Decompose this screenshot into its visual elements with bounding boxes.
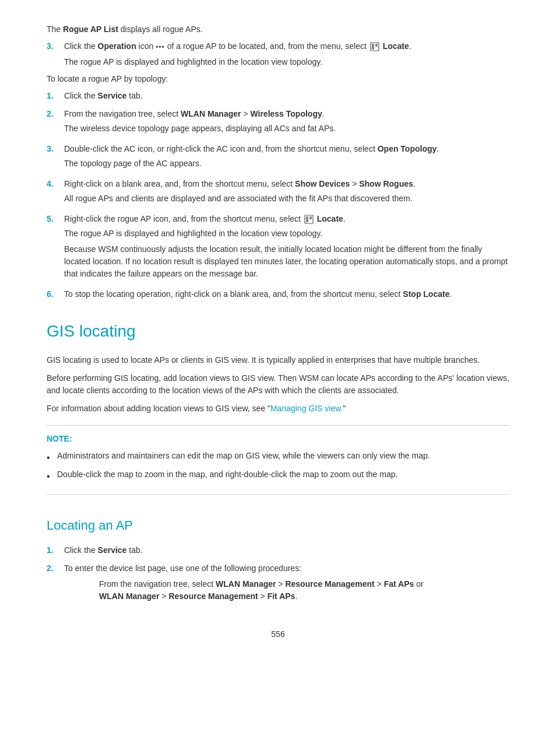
- topo-step1-num: 1.: [47, 90, 64, 102]
- topo-step-1: 1. Click the Service tab.: [47, 90, 509, 102]
- topo-step3-num: 3.: [47, 143, 64, 155]
- topo-step3-bold1: Open Topology: [378, 144, 437, 153]
- topo-step2-content: From the navigation tree, select WLAN Ma…: [64, 108, 509, 137]
- loc-step2-content: To enter the device list page, use one o…: [64, 562, 509, 605]
- loc-step1-content: Click the Service tab.: [64, 544, 509, 556]
- topo-step-5: 5. Right-click the rogue AP icon, and, f…: [47, 213, 509, 282]
- topo-step4-bold1: Show Devices: [295, 179, 350, 188]
- topo-step2-bold1: WLAN Manager: [181, 109, 241, 118]
- bullet-dot-2: •: [47, 468, 57, 484]
- topo-step6-bold: Stop Locate: [403, 289, 449, 299]
- topo-step3-content: Double-click the AC icon, or right-click…: [64, 143, 509, 172]
- loc-step2-bold3: Fat APs: [384, 579, 414, 589]
- managing-gis-view-link[interactable]: Managing GIS view.: [270, 404, 343, 413]
- topo-step2-bold2: Wireless Topology: [250, 109, 322, 118]
- topo-step4-bold2: Show Rogues: [359, 179, 413, 188]
- intro-block: The Rogue AP List displays all rogue APs…: [47, 23, 509, 36]
- step3-number: 3.: [47, 40, 64, 52]
- loc-step2-bold5: Resource Management: [168, 592, 258, 601]
- topo-step3-sub: The topology page of the AC appears.: [64, 158, 509, 170]
- topo-step5-sub1: The rogue AP is displayed and highlighte…: [64, 228, 509, 240]
- topo-step1-bold: Service: [98, 91, 127, 100]
- topo-step6-num: 6.: [47, 288, 64, 300]
- locating-ap-heading: Locating an AP: [47, 516, 509, 535]
- topo-step5-content: Right-click the rogue AP icon, and, from…: [64, 213, 509, 282]
- note-bullet-list: • Administrators and maintainers can edi…: [47, 450, 509, 484]
- loc-step1-bold: Service: [98, 545, 127, 555]
- topo-step5-num: 5.: [47, 213, 64, 225]
- loc-step2-sub: From the navigation tree, select WLAN Ma…: [99, 578, 509, 603]
- gis-para3: For information about adding location vi…: [47, 402, 509, 415]
- step3-content: Click the Operation icon ••• of a rogue …: [64, 40, 509, 52]
- topo-step2-sub: The wireless device topology page appear…: [64, 123, 509, 135]
- topo-step5-sub2: Because WSM continuously adjusts the loc…: [64, 243, 509, 280]
- loc-step1-num: 1.: [47, 544, 64, 556]
- loc-step2-bold6: Fit APs: [268, 592, 295, 601]
- rogue-ap-list-bold: Rogue AP List: [63, 24, 118, 34]
- page-number: 556: [47, 628, 509, 640]
- svg-rect-1: [372, 44, 374, 50]
- bullet-dot-1: •: [47, 450, 57, 465]
- step3-rogue-block: 3. Click the Operation icon ••• of a rog…: [47, 40, 509, 68]
- svg-rect-5: [309, 216, 312, 219]
- topo-step2-num: 2.: [47, 108, 64, 120]
- topology-steps-list: 1. Click the Service tab. 2. From the na…: [47, 90, 509, 300]
- note-bullet-2: • Double-click the map to zoom in the ma…: [47, 468, 509, 484]
- topo-step-3: 3. Double-click the AC icon, or right-cl…: [47, 143, 509, 172]
- gis-para2: Before performing GIS locating, add loca…: [47, 372, 509, 397]
- gis-para1: GIS locating is used to locate APs or cl…: [47, 354, 509, 366]
- locating-ap-steps: 1. Click the Service tab. 2. To enter th…: [47, 544, 509, 605]
- loc-step2-bold2: Resource Management: [285, 579, 374, 589]
- topo-step4-num: 4.: [47, 178, 64, 190]
- topo-step-6: 6. To stop the locating operation, right…: [47, 288, 509, 300]
- topology-intro: To locate a rogue AP by topology:: [47, 73, 509, 85]
- dots-icon: •••: [156, 43, 165, 51]
- loc-step2-bold1: WLAN Manager: [216, 579, 276, 589]
- gis-locating-heading: GIS locating: [47, 319, 509, 344]
- topo-step-4: 4. Right-click on a blank area, and, fro…: [47, 178, 509, 207]
- rogue-ap-list-rest: displays all rogue APs.: [118, 24, 203, 34]
- svg-rect-2: [375, 44, 378, 47]
- loc-step-1: 1. Click the Service tab.: [47, 544, 509, 556]
- rogue-ap-list-text: The Rogue AP List displays all rogue APs…: [47, 23, 509, 36]
- topo-step6-content: To stop the locating operation, right-cl…: [64, 288, 509, 300]
- topo-step5-bold: Locate: [317, 214, 343, 223]
- note-box: NOTE: • Administrators and maintainers c…: [47, 425, 509, 495]
- loc-step-2: 2. To enter the device list page, use on…: [47, 562, 509, 605]
- topo-step-2: 2. From the navigation tree, select WLAN…: [47, 108, 509, 137]
- page-content: The Rogue AP List displays all rogue APs…: [0, 0, 556, 756]
- note-bullet-1-text: Administrators and maintainers can edit …: [57, 450, 509, 462]
- operation-bold: Operation: [98, 41, 136, 51]
- loc-step2-num: 2.: [47, 562, 64, 575]
- loc-step2-bold4: WLAN Manager: [99, 592, 159, 601]
- note-bullet-2-text: Double-click the map to zoom in the map,…: [57, 468, 509, 481]
- locate-icon-2: [304, 215, 314, 224]
- note-bullet-1: • Administrators and maintainers can edi…: [47, 450, 509, 465]
- note-label: NOTE:: [47, 433, 509, 445]
- topo-step1-content: Click the Service tab.: [64, 90, 509, 102]
- locate-icon: [370, 42, 379, 51]
- topo-step4-sub: All rogue APs and clients are displayed …: [64, 192, 509, 205]
- locate-bold: Locate: [383, 41, 409, 51]
- step3-sub: The rogue AP is displayed and highlighte…: [64, 56, 509, 68]
- topo-step4-content: Right-click on a blank area, and, from t…: [64, 178, 509, 207]
- svg-rect-4: [306, 216, 308, 222]
